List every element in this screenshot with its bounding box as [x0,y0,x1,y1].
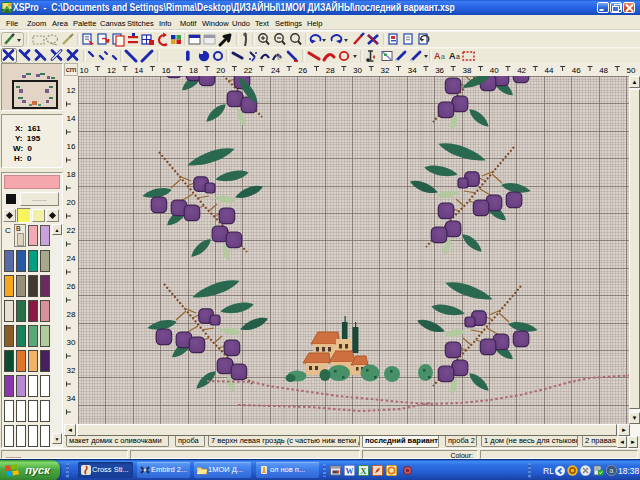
svg-text:14: 14 [67,114,76,123]
svg-text:30: 30 [353,66,362,75]
svg-text:34: 34 [67,394,76,403]
svg-text:46: 46 [572,66,581,75]
svg-text:24: 24 [67,254,76,263]
svg-text:32: 32 [67,366,76,375]
svg-text:14: 14 [134,66,143,75]
svg-text:12: 12 [107,66,116,75]
svg-text:24: 24 [271,66,280,75]
svg-text:A: A [434,51,441,61]
svg-text:50: 50 [627,66,636,75]
svg-text:10: 10 [80,66,89,75]
svg-text:44: 44 [545,66,554,75]
svg-text:X: X [361,467,367,476]
svg-text:a: a [441,53,445,60]
svg-text:30: 30 [67,338,76,347]
svg-text:20: 20 [67,198,76,207]
svg-text:42: 42 [517,66,526,75]
svg-text:W: W [346,467,354,476]
svg-text:28: 28 [326,66,335,75]
svg-text:32: 32 [380,66,389,75]
svg-text:26: 26 [67,282,76,291]
svg-text:a: a [610,467,614,474]
svg-text:36: 36 [435,66,444,75]
svg-text:20: 20 [216,66,225,75]
svg-text:22: 22 [67,226,76,235]
svg-text:48: 48 [599,66,608,75]
svg-text:16: 16 [67,142,76,151]
svg-text:38: 38 [462,66,471,75]
svg-text:34: 34 [408,66,417,75]
svg-text:26: 26 [298,66,307,75]
svg-text:12: 12 [67,86,76,95]
svg-text:28: 28 [67,310,76,319]
svg-text:40: 40 [490,66,499,75]
svg-text:16: 16 [162,66,171,75]
svg-text:18: 18 [67,170,76,179]
svg-text:22: 22 [244,66,253,75]
svg-text:a: a [456,53,460,60]
svg-text:A: A [449,51,456,61]
svg-text:18: 18 [189,66,198,75]
